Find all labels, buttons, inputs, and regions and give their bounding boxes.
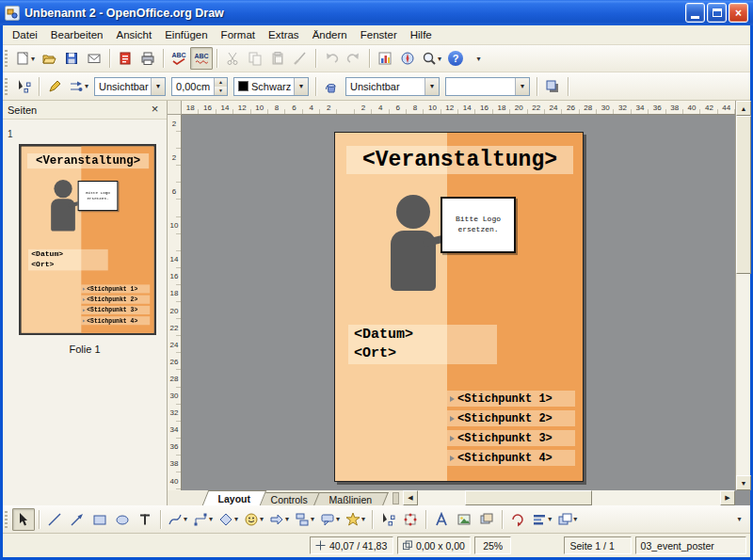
pages-panel-header[interactable]: Seiten — [3, 101, 167, 120]
date-location-placeholder[interactable]: <Datum> <Ort> — [348, 325, 497, 364]
connector-tool-button[interactable] — [190, 508, 216, 531]
line-pen-button[interactable] — [43, 75, 66, 98]
close-panel-icon[interactable] — [148, 103, 162, 117]
fill-style-dropdown-icon[interactable] — [425, 78, 439, 95]
arrow-style-button[interactable] — [66, 75, 91, 98]
figure-head[interactable] — [396, 195, 430, 229]
zoom-dropdown-icon[interactable] — [438, 55, 441, 63]
drawing-viewport[interactable]: <Veranstaltung> Bitte Logo ersetzen. <Da… — [182, 115, 735, 490]
page-caption[interactable]: Folie 1 — [3, 344, 167, 355]
maximize-button[interactable] — [707, 3, 727, 23]
curve-dropdown-icon[interactable] — [184, 515, 187, 523]
menu-item[interactable]: Ändern — [306, 26, 354, 43]
line-style-select[interactable]: Unsichtbar — [94, 77, 166, 96]
new-button[interactable] — [12, 47, 38, 70]
basic-shapes-button[interactable] — [216, 508, 241, 531]
close-button[interactable]: × — [729, 3, 748, 23]
navigator-button[interactable] — [396, 47, 419, 70]
scroll-right-icon[interactable] — [720, 490, 735, 505]
arrow-style-dropdown-icon[interactable] — [85, 82, 88, 90]
menu-item[interactable]: Ansicht — [109, 26, 158, 43]
horizontal-scroll-thumb[interactable] — [465, 490, 592, 505]
auto-spellcheck-button[interactable]: ABC — [190, 47, 213, 70]
toolbar-grip[interactable] — [5, 78, 8, 95]
scroll-up-icon[interactable] — [736, 101, 751, 116]
tab-layout[interactable]: Layout — [202, 490, 267, 505]
vertical-scroll-thumb[interactable] — [736, 116, 751, 274]
fill-color-select[interactable] — [445, 77, 530, 96]
logo-placeholder-board[interactable]: Bitte Logo ersetzen. — [441, 197, 516, 253]
vertical-scrollbar[interactable] — [735, 101, 750, 490]
from-file-button[interactable] — [453, 508, 475, 531]
basic-shapes-dropdown-icon[interactable] — [234, 515, 238, 523]
alignment-button[interactable] — [529, 508, 554, 531]
rotate-button[interactable] — [506, 508, 529, 531]
bullet-item[interactable]: <Stichpunkt 4> — [447, 450, 575, 466]
stars-button[interactable] — [343, 508, 368, 531]
block-arrows-button[interactable] — [266, 508, 292, 531]
toolbar-options-button[interactable] — [467, 47, 489, 70]
toolbar-grip[interactable] — [5, 511, 8, 528]
stars-dropdown-icon[interactable] — [361, 515, 365, 523]
export-pdf-button[interactable] — [114, 47, 136, 70]
drawbar-options-button[interactable] — [728, 508, 750, 531]
symbol-shapes-dropdown-icon[interactable] — [260, 515, 264, 523]
ellipse-tool-button[interactable] — [111, 508, 134, 531]
print-button[interactable] — [136, 47, 159, 70]
horizontal-ruler[interactable]: 1816141210864224681012141618202224262830… — [182, 101, 735, 115]
poster-page[interactable]: <Veranstaltung> Bitte Logo ersetzen. <Da… — [334, 132, 584, 482]
horizontal-scrollbar[interactable] — [403, 490, 735, 505]
bullet-item[interactable]: <Stichpunkt 1> — [447, 391, 575, 407]
flowchart-button[interactable] — [292, 508, 317, 531]
scroll-down-icon[interactable] — [736, 475, 751, 490]
edit-points-tool-button[interactable] — [376, 508, 399, 531]
edit-points-button[interactable] — [12, 75, 35, 98]
text-tool-button[interactable] — [134, 508, 156, 531]
menu-item[interactable]: Bearbeiten — [44, 26, 110, 43]
block-arrows-dropdown-icon[interactable] — [285, 515, 289, 523]
arrow-tool-button[interactable] — [66, 508, 88, 531]
zoom-button[interactable] — [419, 47, 444, 70]
line-width-spinner[interactable]: 0,00cm — [171, 77, 228, 96]
alignment-dropdown-icon[interactable] — [548, 515, 552, 523]
menu-item[interactable]: Format — [215, 26, 262, 43]
spinner-buttons[interactable] — [214, 78, 227, 95]
curve-tool-button[interactable] — [165, 508, 190, 531]
symbol-shapes-button[interactable] — [241, 508, 266, 531]
minimize-button[interactable] — [685, 3, 705, 23]
spin-up-icon[interactable] — [215, 78, 227, 87]
flowchart-dropdown-icon[interactable] — [311, 515, 314, 523]
scroll-left-icon[interactable] — [403, 490, 418, 505]
callouts-button[interactable] — [317, 508, 343, 531]
gallery-button[interactable] — [475, 508, 498, 531]
page-thumbnail[interactable]: <Veranstaltung> Bitte Logo ersetzen. <Da… — [19, 144, 156, 335]
fontwork-button[interactable] — [430, 508, 453, 531]
menu-item[interactable]: Extras — [262, 26, 306, 43]
tab-scrollbar-splitter[interactable] — [393, 492, 399, 504]
bullet-list[interactable]: <Stichpunkt 1> <Stichpunkt 2> <Stichpunk… — [447, 391, 575, 470]
line-color-dropdown-icon[interactable] — [294, 78, 308, 95]
bullet-item[interactable]: <Stichpunkt 3> — [447, 430, 575, 446]
horizontal-scroll-track[interactable] — [418, 490, 720, 505]
menu-item[interactable]: Hilfe — [404, 26, 439, 43]
tab-masslinien[interactable]: Maßlinien — [313, 492, 388, 505]
shadow-button[interactable] — [541, 75, 564, 98]
area-fill-button[interactable] — [320, 75, 343, 98]
line-style-dropdown-icon[interactable] — [151, 78, 165, 95]
new-dropdown-icon[interactable] — [31, 55, 35, 63]
callouts-dropdown-icon[interactable] — [336, 515, 340, 523]
titlebar[interactable]: Unbenannt 2 - OpenOffice.org Draw × — [0, 0, 753, 25]
document-as-email-button[interactable] — [83, 47, 105, 70]
bullet-item[interactable]: <Stichpunkt 2> — [447, 410, 575, 426]
save-button[interactable] — [60, 47, 83, 70]
help-button[interactable]: ? — [444, 47, 467, 70]
toolbar-grip[interactable] — [5, 50, 8, 67]
menu-item[interactable]: Fenster — [354, 26, 404, 43]
glue-points-button[interactable] — [399, 508, 422, 531]
menu-item[interactable]: Einfügen — [158, 26, 214, 43]
rectangle-tool-button[interactable] — [88, 508, 111, 531]
zoom-field[interactable]: 25% — [474, 536, 512, 554]
line-color-select[interactable]: Schwarz — [233, 77, 309, 96]
event-title-placeholder[interactable]: <Veranstaltung> — [346, 146, 573, 174]
arrange-button[interactable] — [554, 508, 580, 531]
